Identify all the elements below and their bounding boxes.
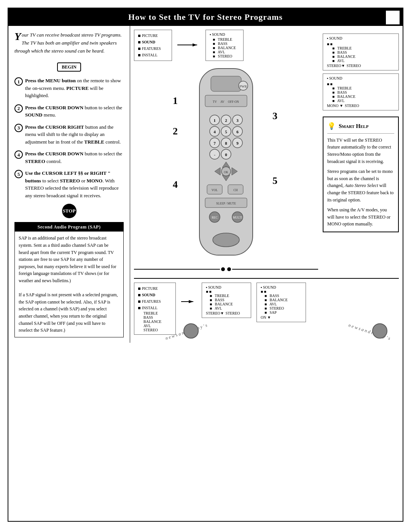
rm1-stereo-row: STEREO▼ STEREO <box>327 64 395 68</box>
bottom-circle-right <box>372 323 387 339</box>
smart-help-box: 💡 Smart Help This TV will set the STEREO… <box>323 117 399 232</box>
brm1-items: ■ TREBLE ■ BASS ■ BALANCE ■ AVL <box>206 294 247 310</box>
rm1-treble: ■ TREBLE <box>332 46 395 50</box>
bm-subitems: TREBLE BASS BALANCE AVL STEREO <box>138 311 172 332</box>
smart-help-para-1: This TV will set the STEREO feature auto… <box>327 137 394 165</box>
submenu-treble: ■ TREBLE <box>210 37 239 42</box>
svg-point-48 <box>213 233 239 247</box>
svg-rect-6 <box>205 95 247 107</box>
bm-balance: BALANCE <box>143 320 172 324</box>
svg-text:VOL: VOL <box>212 189 218 192</box>
rm1-spacer: ■ TREBLE ■ BASS ■ BALANCE ■ AVL <box>327 46 395 63</box>
divider-row <box>134 267 318 271</box>
remote-wrapper: 1 2 3 4 5 PWR <box>184 65 268 264</box>
menu-item-sound: SOUND <box>138 39 168 45</box>
main-content: Y our TV can receive broadcast stereo TV… <box>8 26 403 343</box>
page-container: How to Set the TV for Stereo Programs Y … <box>8 8 403 522</box>
svg-text:SLEEP / MUTE: SLEEP / MUTE <box>216 202 236 205</box>
svg-text:3: 3 <box>236 118 239 123</box>
menu-box-left-top: PICTURE SOUND FEATURES INSTALL <box>134 30 172 61</box>
rm2-sound: ▪ SOUND <box>327 76 395 80</box>
remote-step-1: 1 <box>173 95 178 107</box>
step-2-bold: Press the CURSOR DOWN <box>25 105 83 110</box>
rm2-avl: ■ AVL <box>332 99 395 103</box>
brm1-avl: ■ AVL <box>210 306 247 310</box>
menu-item-features: FEATURES <box>138 45 168 52</box>
remote-step-5: 5 <box>272 175 277 187</box>
step-4-bold: Press the CURSOR DOWN <box>25 151 83 157</box>
svg-text:7: 7 <box>213 141 216 145</box>
rm2-balance: ■ BALANCE <box>332 94 395 99</box>
rm1-avl: ■ AVL <box>332 59 395 63</box>
rm2-dots: ■ ■ <box>327 82 395 86</box>
bm-sound: SOUND <box>138 292 172 298</box>
step-5-content: Use the CURSOR LEFT §§ or RIGHT " button… <box>25 169 124 199</box>
step-3-num: 3 <box>14 124 23 132</box>
brm2-balance: ■ BALANCE <box>264 298 302 302</box>
intro-body: our TV can receive broadcast stereo TV p… <box>14 32 122 54</box>
begin-badge: BEGIN <box>57 62 81 72</box>
svg-text:6: 6 <box>236 129 239 134</box>
bm-stereo: STEREO <box>143 328 172 332</box>
svg-text:TV: TV <box>213 100 217 104</box>
rm2-treble: ■ TREBLE <box>332 86 395 90</box>
bottom-arrow <box>181 298 196 307</box>
step-1-content: Press the MENU button on the remote to s… <box>25 77 124 99</box>
svg-text:9: 9 <box>236 141 239 145</box>
stop-circle: STOP <box>62 204 76 218</box>
remote-step-4: 4 <box>173 179 178 190</box>
submenu-stereo: ■ STEREO <box>210 54 239 58</box>
step-2: 2 Press the CURSOR DOWN button to select… <box>14 104 124 119</box>
rm2-mono-value: STEREO <box>345 104 359 108</box>
rm1-sound: ▪ SOUND <box>327 36 395 40</box>
bottom-arrow-svg <box>181 298 196 305</box>
step-3-bold: Press the CURSOR RIGHT <box>25 124 84 130</box>
top-menu-row: PICTURE SOUND FEATURES INSTALL <box>134 30 318 61</box>
brm1-dots: ■ ■ <box>206 289 247 294</box>
svg-text:OFF-ON: OFF-ON <box>228 100 239 104</box>
right-arrow-svg <box>177 41 200 49</box>
rm2-mono-row: MONO ▼ STEREO <box>327 104 395 108</box>
step-4: 4 Press the CURSOR DOWN button to select… <box>14 150 124 165</box>
header-box <box>386 11 400 24</box>
remote-step-3: 3 <box>272 110 277 122</box>
rm1-balance: ■ BALANCE <box>332 54 395 59</box>
bm-avl: AVL <box>143 324 172 328</box>
rm1-stereo-value: STEREO <box>347 64 361 68</box>
svg-text:MULTI: MULTI <box>233 216 242 219</box>
intro-big-letter: Y <box>14 31 21 42</box>
submenu-balance: ■ BALANCE <box>210 46 239 50</box>
svg-text:CH: CH <box>233 189 237 192</box>
sap-para-1: SAP is an additional part of the stereo … <box>19 235 119 284</box>
right-menu-2: ▪ SOUND ■ ■ ■ TREBLE ■ BASS ■ BALANCE ■ … <box>323 73 399 110</box>
right-menu-1: ▪ SOUND ■ ■ ■ TREBLE ■ BASS ■ BALANCE ■ … <box>323 34 399 70</box>
smart-help-para-2: Stereo programs can be set to mono but a… <box>327 168 394 203</box>
bulb-icon: 💡 <box>327 121 336 132</box>
svg-text:5: 5 <box>225 129 227 134</box>
intro-text: Y our TV can receive broadcast stereo TV… <box>14 31 124 55</box>
svg-text:OK: OK <box>224 171 228 174</box>
step-1-bold: Press the MENU button <box>25 78 76 83</box>
bottom-rm-2: ▪ SOUND ■ ■ ■ BASS ■ BALANCE ■ AVL ■ STE… <box>256 283 306 322</box>
bottom-rm-1: ▪ SOUND ■ ■ ■ TREBLE ■ BASS ■ BALANCE ■ … <box>202 283 251 318</box>
bottom-right-panel: PICTURE SOUND FEATURES INSTALL TREBLE BA… <box>134 278 399 335</box>
svg-text:8: 8 <box>225 141 227 145</box>
brm2-dots: ■ ■ <box>261 289 302 294</box>
brm2-items: ■ BASS ■ BALANCE ■ AVL ■ STEREO ■ SAP <box>261 294 302 315</box>
step-4-num: 4 <box>14 150 23 159</box>
brm1-stereo-val: STEREO <box>226 311 240 315</box>
step-3-content: Press the CURSOR RIGHT button and the me… <box>25 123 124 146</box>
svg-text:4: 4 <box>213 129 216 134</box>
rm2-bass: ■ BASS <box>332 90 395 94</box>
left-panel: Y our TV can receive broadcast stereo TV… <box>8 26 130 343</box>
step-5: 5 Use the CURSOR LEFT §§ or RIGHT " butt… <box>14 169 124 199</box>
bm-install: INSTALL <box>138 305 172 311</box>
brm1-treble: ■ TREBLE <box>210 294 247 298</box>
smart-help-title: 💡 Smart Help <box>327 121 394 134</box>
svg-rect-3 <box>211 76 241 91</box>
svg-text:AV: AV <box>220 100 225 104</box>
right-panel-inner: PICTURE SOUND FEATURES INSTALL <box>134 30 399 274</box>
divider-dot-1 <box>221 267 225 271</box>
smart-help-para-3: When using the A/V modes, you will have … <box>327 206 394 228</box>
divider-line-2 <box>232 269 318 270</box>
